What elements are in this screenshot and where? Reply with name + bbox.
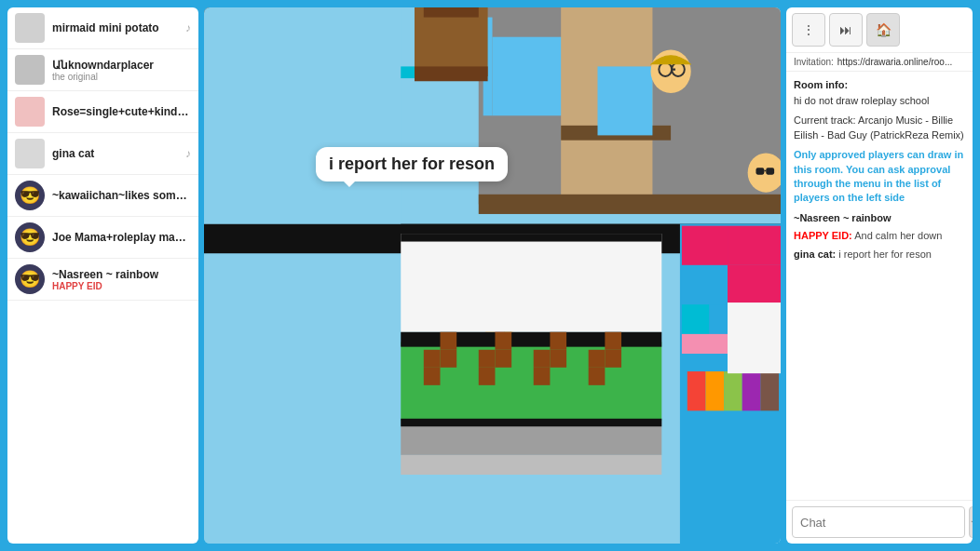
fast-forward-icon: ⏭ — [839, 22, 852, 37]
main-container: mirmaid mini potato ♪ Անknowndarplacer t… — [7, 7, 973, 544]
right-top-bar: ⋮ ⏭ 🏠 — [786, 7, 973, 53]
list-item[interactable]: mirmaid mini potato ♪ — [7, 7, 198, 49]
list-item[interactable]: gina cat ♪ — [7, 133, 198, 175]
svg-rect-21 — [415, 66, 488, 81]
player-name: gina cat — [52, 147, 178, 160]
svg-rect-48 — [401, 455, 661, 475]
player-info: ~kawaiichan~likes someone~ — [52, 189, 191, 202]
chat-text: And calm her down — [854, 230, 942, 241]
avatar — [15, 13, 45, 43]
svg-rect-19 — [415, 7, 488, 76]
svg-rect-59 — [724, 371, 742, 410]
svg-rect-2 — [493, 37, 566, 116]
chat-message: gina cat: i report her for reson — [794, 248, 965, 262]
player-name: Անknowndarplacer — [52, 59, 191, 72]
avatar: 😎 — [15, 222, 45, 252]
player-info: Rose=single+cute+kind💗 — [52, 105, 191, 118]
svg-rect-31 — [424, 368, 441, 385]
home-icon: 🏠 — [876, 22, 892, 37]
list-item[interactable]: 😎 ~kawaiichan~likes someone~ — [7, 175, 198, 217]
svg-rect-56 — [682, 334, 728, 354]
room-info-panel: Room info: hi do not draw roleplay schoo… — [786, 72, 973, 500]
svg-rect-38 — [534, 350, 551, 368]
player-info: gina cat — [52, 147, 178, 160]
svg-rect-61 — [760, 371, 779, 410]
player-name: ~Nasreen ~ rainbow — [52, 268, 191, 281]
star-button[interactable]: ★ — [969, 506, 973, 538]
list-item[interactable]: 😎 ~Nasreen ~ rainbow HAPPY EID — [7, 259, 198, 301]
svg-rect-20 — [424, 7, 479, 18]
invitation-label: Invitation: — [794, 57, 834, 67]
svg-rect-62 — [728, 302, 781, 373]
svg-rect-27 — [401, 234, 661, 241]
svg-rect-45 — [605, 332, 621, 350]
svg-rect-26 — [401, 234, 661, 332]
svg-rect-7 — [479, 195, 781, 214]
svg-rect-29 — [401, 332, 661, 347]
svg-rect-41 — [550, 332, 566, 350]
avatar — [15, 97, 45, 127]
chat-username: HAPPY EID: — [794, 230, 852, 241]
player-name: mirmaid mini potato — [52, 21, 178, 34]
room-current-track: Current track: Arcanjo Music - Billie Ei… — [794, 114, 965, 142]
more-button[interactable]: ⋮ — [792, 13, 825, 47]
avatar — [15, 55, 45, 85]
room-info-title: Room info: — [794, 79, 965, 90]
player-info: Անknowndarplacer the original — [52, 59, 191, 82]
music-icon: ♪ — [185, 21, 191, 34]
svg-rect-54 — [682, 304, 709, 334]
left-panel: mirmaid mini potato ♪ Անknowndarplacer t… — [7, 7, 198, 544]
music-icon: ♪ — [185, 147, 191, 160]
game-area: i report her for reson — [204, 7, 781, 544]
svg-rect-35 — [479, 368, 496, 385]
chat-username: ~Nasreen ~ rainbow — [794, 212, 892, 223]
svg-rect-37 — [495, 332, 511, 350]
list-item[interactable]: Rose=single+cute+kind💗 — [7, 91, 198, 133]
svg-rect-51 — [728, 226, 781, 265]
player-name: Rose=single+cute+kind💗 — [52, 105, 191, 118]
chat-message: HAPPY EID: And calm her down — [794, 229, 965, 243]
avatar: 😎 — [15, 264, 45, 294]
svg-rect-44 — [605, 350, 621, 368]
list-item[interactable]: 😎 Joe Mama+roleplay master — [7, 217, 198, 259]
svg-rect-34 — [479, 350, 496, 368]
svg-rect-50 — [682, 226, 728, 265]
svg-rect-30 — [424, 350, 441, 368]
svg-rect-23 — [204, 7, 401, 224]
more-icon: ⋮ — [802, 22, 815, 37]
list-item[interactable]: Անknowndarplacer the original — [7, 49, 198, 91]
right-panel: ⋮ ⏭ 🏠 Invitation: https://drawaria.onlin… — [786, 7, 973, 544]
svg-rect-36 — [495, 350, 511, 368]
player-name: ~kawaiichan~likes someone~ — [52, 189, 191, 202]
home-button[interactable]: 🏠 — [866, 13, 900, 47]
room-description: hi do not draw roleplay school — [794, 94, 965, 108]
svg-rect-58 — [705, 371, 724, 410]
svg-rect-42 — [589, 350, 606, 368]
chat-text: i report her for reson — [838, 249, 932, 260]
invitation-url[interactable]: https://drawaria.online/roo... — [837, 57, 952, 67]
svg-rect-55 — [709, 304, 728, 334]
svg-rect-32 — [440, 350, 456, 368]
svg-rect-6 — [597, 66, 652, 135]
svg-rect-60 — [742, 371, 761, 410]
player-subtitle: the original — [52, 72, 191, 82]
svg-rect-57 — [687, 371, 706, 410]
game-scene: 🐱 😄 — [204, 7, 781, 544]
approved-only-text: Only approved players can draw in this r… — [794, 148, 965, 206]
svg-rect-39 — [534, 368, 551, 385]
avatar: 😎 — [15, 181, 45, 210]
avatar — [15, 139, 45, 168]
fast-forward-button[interactable]: ⏭ — [829, 13, 863, 47]
chat-input[interactable] — [792, 506, 965, 538]
player-info: mirmaid mini potato — [52, 21, 178, 34]
star-icon: ★ — [970, 514, 973, 531]
svg-rect-14 — [755, 168, 764, 174]
svg-rect-40 — [550, 350, 566, 368]
chat-username: gina cat: — [794, 249, 836, 260]
player-name: Joe Mama+roleplay master — [52, 231, 191, 244]
player-info: Joe Mama+roleplay master — [52, 231, 191, 244]
speech-bubble: i report her for reson — [316, 147, 508, 181]
chat-input-area: ★ — [786, 500, 973, 544]
chat-message: ~Nasreen ~ rainbow — [794, 211, 965, 225]
player-info: ~Nasreen ~ rainbow HAPPY EID — [52, 268, 191, 291]
